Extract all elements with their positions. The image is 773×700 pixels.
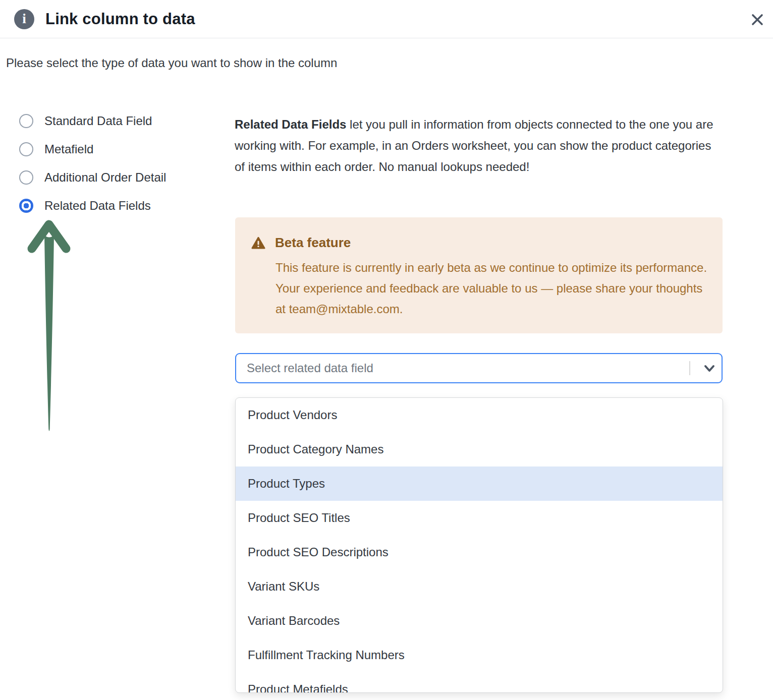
info-icon: i: [14, 9, 34, 29]
close-icon: [750, 12, 765, 27]
beta-notice-title: Beta feature: [275, 235, 351, 251]
radio-option-label: Additional Order Detail: [44, 170, 166, 185]
radio-option-label: Related Data Fields: [44, 199, 151, 213]
radio-group: Standard Data Field Metafield Additional…: [19, 114, 166, 227]
radio-option-label: Standard Data Field: [44, 114, 152, 128]
warning-icon: [251, 237, 265, 250]
select-placeholder: Select related data field: [247, 361, 689, 375]
related-data-description: Related Data Fields let you pull in info…: [235, 114, 724, 178]
dropdown-option[interactable]: Product Category Names: [236, 432, 723, 466]
close-button[interactable]: [749, 11, 766, 28]
description-bold-term: Related Data Fields: [235, 118, 346, 131]
dropdown-option[interactable]: Product SEO Titles: [236, 501, 723, 535]
modal-header: i Link column to data: [0, 0, 773, 38]
related-field-dropdown-list: Product Vendors Product Category Names P…: [235, 397, 723, 693]
beta-notice-body: This feature is currently in early beta …: [275, 257, 707, 319]
beta-notice-header: Beta feature: [251, 235, 707, 251]
radio-button-icon[interactable]: [19, 170, 33, 185]
radio-option[interactable]: Related Data Fields: [19, 199, 166, 213]
dropdown-option[interactable]: Product Metafields: [236, 672, 723, 693]
arrow-up-annotation-icon: [20, 218, 78, 435]
dropdown-option[interactable]: Product Types: [236, 466, 723, 501]
modal-title: Link column to data: [45, 10, 195, 28]
radio-option[interactable]: Metafield: [19, 142, 166, 156]
beta-notice: Beta feature This feature is currently i…: [235, 217, 723, 333]
radio-option[interactable]: Standard Data Field: [19, 114, 166, 128]
select-chevron-button[interactable]: [697, 354, 722, 382]
dropdown-option[interactable]: Variant SKUs: [236, 569, 723, 604]
radio-button-icon[interactable]: [19, 114, 33, 128]
dropdown-option[interactable]: Product SEO Descriptions: [236, 535, 723, 569]
chevron-down-icon: [702, 361, 717, 376]
select-divider: [689, 361, 690, 375]
dropdown-option[interactable]: Variant Barcodes: [236, 604, 723, 638]
radio-option-label: Metafield: [44, 142, 93, 156]
dropdown-option[interactable]: Product Vendors: [236, 398, 723, 432]
dropdown-option[interactable]: Fulfillment Tracking Numbers: [236, 638, 723, 672]
related-field-select[interactable]: Select related data field: [235, 353, 723, 383]
radio-button-icon[interactable]: [19, 142, 33, 156]
radio-option[interactable]: Additional Order Detail: [19, 170, 166, 185]
dialog-instruction: Please select the type of data you want …: [6, 56, 337, 70]
radio-button-icon[interactable]: [19, 199, 33, 213]
